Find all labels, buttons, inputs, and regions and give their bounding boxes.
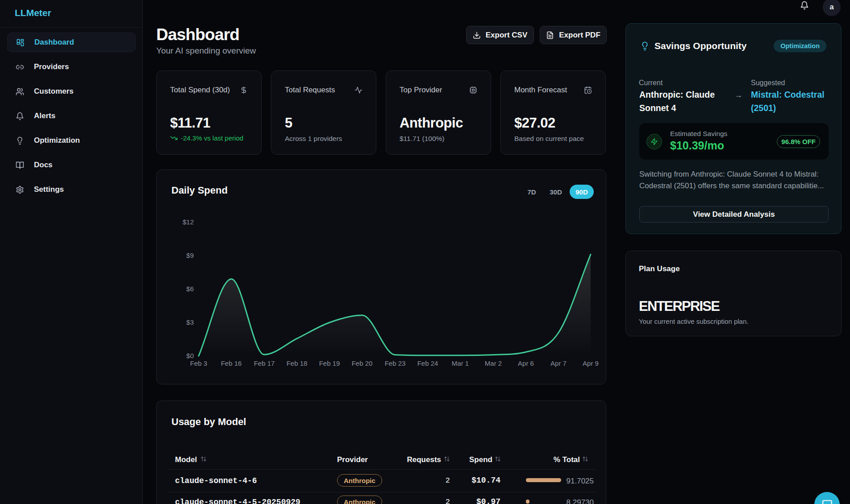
svg-text:Feb 16: Feb 16: [221, 359, 242, 367]
svg-text:$0: $0: [186, 352, 194, 359]
svg-text:Mar 2: Mar 2: [485, 359, 502, 367]
svg-text:$6: $6: [186, 285, 194, 293]
svg-text:Mar 1: Mar 1: [452, 359, 469, 367]
svg-text:Apr 9: Apr 9: [583, 359, 599, 367]
svg-text:Feb 20: Feb 20: [352, 359, 373, 367]
svg-text:Feb 24: Feb 24: [417, 359, 438, 367]
svg-text:$9: $9: [186, 252, 194, 259]
svg-text:Feb 19: Feb 19: [319, 359, 340, 367]
svg-text:Feb 3: Feb 3: [190, 359, 207, 367]
svg-text:Apr 6: Apr 6: [518, 359, 534, 367]
svg-text:Feb 17: Feb 17: [254, 359, 275, 367]
svg-text:Feb 23: Feb 23: [385, 359, 406, 367]
svg-text:Apr 7: Apr 7: [550, 359, 567, 367]
svg-text:$12: $12: [183, 218, 194, 226]
svg-text:$3: $3: [186, 318, 194, 326]
svg-text:Feb 18: Feb 18: [287, 359, 308, 367]
